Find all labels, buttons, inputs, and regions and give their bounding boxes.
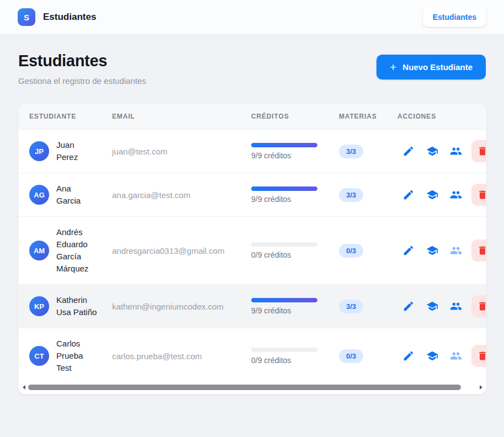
materias-badge: 3/3 [339, 188, 363, 202]
table-row: KP Katherin Usa Patiño katherin@ingenium… [18, 285, 486, 328]
actions-cell [397, 239, 486, 262]
plus-icon: + [390, 63, 396, 72]
people-group-icon [450, 145, 462, 157]
members-icon-button[interactable] [450, 145, 462, 157]
student-cell: AG Ana Garcia [29, 183, 112, 207]
materias-cell: 0/3 [339, 244, 397, 258]
student-email: andresgarcia0313@gmail.com [112, 246, 251, 255]
avatar: AM [29, 241, 49, 260]
student-email: juan@test.com [112, 147, 251, 156]
pencil-icon [402, 189, 415, 201]
members-icon-button[interactable] [450, 244, 462, 257]
edit-button[interactable] [402, 350, 415, 362]
credits-cell: 9/9 créditos [251, 143, 339, 160]
avatar: JP [29, 141, 49, 161]
logo-letter: S [24, 13, 29, 22]
pencil-icon [402, 350, 415, 362]
avatar: AG [29, 185, 49, 205]
credits-progress-track [251, 186, 317, 191]
delete-button[interactable] [471, 295, 486, 317]
scrollbar-thumb[interactable] [28, 385, 461, 390]
people-group-icon [450, 300, 462, 312]
people-group-icon [450, 189, 462, 201]
delete-button[interactable] [471, 239, 486, 262]
materias-cell: 3/3 [339, 188, 397, 202]
subjects-button[interactable] [426, 350, 438, 362]
delete-button[interactable] [471, 345, 486, 367]
graduation-cap-icon [426, 189, 438, 201]
credits-progress-track [251, 143, 317, 147]
graduation-cap-icon [426, 145, 438, 157]
subjects-button[interactable] [426, 189, 438, 201]
graduation-cap-icon [426, 300, 438, 312]
actions-cell [397, 140, 486, 162]
horizontal-scrollbar [18, 383, 486, 395]
table-row: AM Andrés Eduardo García Márquez andresg… [18, 217, 486, 285]
members-icon-button[interactable] [450, 189, 462, 201]
column-header-estudiante: ESTUDIANTE [29, 113, 112, 120]
credits-label: 9/9 créditos [251, 151, 339, 160]
members-icon-button[interactable] [450, 300, 462, 312]
new-student-button[interactable]: + Nuevo Estudiante [376, 55, 486, 79]
graduation-cap-icon [426, 244, 438, 257]
delete-button[interactable] [471, 140, 486, 162]
delete-button[interactable] [471, 184, 486, 206]
column-header-materias: MATERIAS [339, 113, 397, 120]
materias-cell: 3/3 [339, 300, 397, 313]
nav-estudiantes-button[interactable]: Estudiantes [423, 7, 486, 27]
trash-icon [477, 245, 486, 256]
scroll-left-button[interactable] [21, 385, 26, 390]
trash-icon [477, 146, 486, 157]
scroll-right-button[interactable] [478, 385, 484, 390]
scrollbar-track[interactable] [28, 385, 476, 390]
trash-icon [477, 189, 486, 200]
student-name: Katherin Usa Patiño [56, 294, 97, 318]
table-row: CT Carlos Prueba Test carlos.prueba@test… [18, 328, 486, 383]
credits-label: 0/9 créditos [251, 356, 339, 365]
materias-badge: 0/3 [339, 244, 363, 258]
brand: S Estudiantes [18, 8, 96, 26]
students-table: ESTUDIANTE EMAIL CRÉDITOS MATERIAS ACCIO… [18, 104, 486, 383]
members-icon-button[interactable] [450, 350, 462, 362]
subjects-button[interactable] [426, 145, 438, 157]
people-group-icon [450, 244, 462, 257]
credits-cell: 9/9 créditos [251, 186, 339, 204]
edit-button[interactable] [402, 244, 415, 257]
credits-progress-track [251, 242, 317, 247]
student-email: katherin@ingeniumcodex.com [112, 302, 251, 311]
column-header-email: EMAIL [112, 113, 251, 120]
page-title: Estudiantes [18, 52, 146, 70]
brand-title: Estudiantes [43, 12, 96, 23]
trash-icon [477, 350, 486, 361]
page-header: Estudiantes Gestiona el registro de estu… [18, 52, 486, 86]
avatar: CT [29, 346, 49, 366]
materias-cell: 0/3 [339, 349, 397, 363]
triangle-right-icon [480, 385, 482, 390]
main-content: Estudiantes Gestiona el registro de estu… [0, 35, 504, 395]
credits-label: 0/9 créditos [251, 251, 339, 259]
edit-button[interactable] [402, 145, 415, 157]
topbar: S Estudiantes Estudiantes [0, 0, 504, 35]
student-cell: AM Andrés Eduardo García Márquez [29, 226, 112, 275]
page-header-text: Estudiantes Gestiona el registro de estu… [18, 52, 146, 86]
credits-progress-track [251, 348, 317, 352]
credits-cell: 9/9 créditos [251, 298, 339, 315]
student-name: Andrés Eduardo García Márquez [56, 226, 97, 275]
edit-button[interactable] [402, 300, 415, 312]
pencil-icon [402, 300, 415, 312]
subjects-button[interactable] [426, 300, 438, 312]
subjects-button[interactable] [426, 244, 438, 257]
student-name: Ana Garcia [56, 183, 97, 207]
graduation-cap-icon [426, 350, 438, 362]
actions-cell [397, 345, 486, 367]
trash-icon [477, 301, 486, 312]
credits-label: 9/9 créditos [251, 306, 339, 315]
student-email: ana.garcia@test.com [112, 190, 251, 200]
edit-button[interactable] [402, 189, 415, 201]
credits-cell: 0/9 créditos [251, 242, 339, 259]
pencil-icon [402, 145, 415, 157]
pencil-icon [402, 244, 415, 257]
actions-cell [397, 295, 486, 317]
student-cell: JP Juan Perez [29, 139, 112, 163]
materias-badge: 3/3 [339, 145, 363, 158]
